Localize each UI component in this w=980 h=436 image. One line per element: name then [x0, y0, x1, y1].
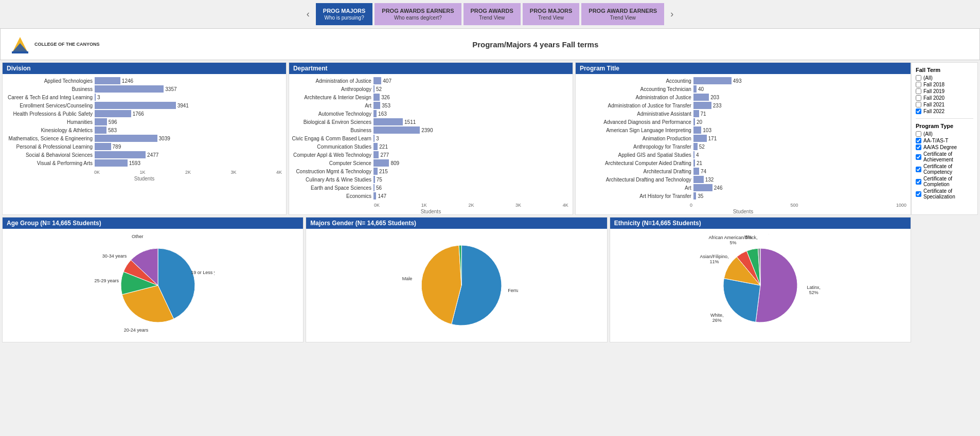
bar-value: 493 — [733, 78, 742, 84]
tab-prog-majors-trend[interactable]: PROG MAJORS Trend View — [523, 3, 580, 25]
program-type-checkbox[interactable] — [916, 167, 921, 172]
program-type-checkbox[interactable] — [916, 138, 921, 143]
bar-fill — [95, 159, 128, 167]
program-type-option[interactable]: Certificate of Specialization — [916, 188, 973, 199]
nav-prev-arrow[interactable]: ‹ — [302, 9, 314, 20]
bar-value: 4 — [696, 152, 699, 158]
bar-fill — [373, 110, 377, 117]
pie-slice — [723, 279, 760, 322]
bar-fill — [693, 102, 711, 109]
bar-fill — [373, 118, 403, 125]
program-title-header: Program Title — [576, 63, 911, 74]
bar-wrap: 147 — [373, 192, 568, 199]
program-type-option[interactable]: (All) — [916, 131, 973, 137]
tab-prog-awards[interactable]: PROG AWARDS Trend View — [464, 3, 521, 25]
fall-term-option[interactable]: Fall 2020 — [916, 95, 973, 101]
bar-label: Architectural Drafting and Technology — [578, 177, 693, 183]
program-type-option[interactable]: AA-T/AS-T — [916, 138, 973, 143]
bar-value: 132 — [705, 177, 714, 183]
bar-wrap: 493 — [693, 77, 906, 84]
header-bar: COLLEGE OF THE CANYONS Program/Majors 4 … — [0, 28, 980, 60]
bar-row: Social & Behavioral Sciences2477 — [5, 151, 282, 158]
fall-term-checkbox[interactable] — [916, 108, 921, 114]
bar-label: Administration of Justice — [291, 78, 373, 84]
bar-label: Enrollment Services/Counseling — [5, 103, 95, 108]
tab-prog-award-earners-trend[interactable]: PROG AWARD EARNERS Trend View — [581, 3, 664, 25]
tab-prog-awards-earners[interactable]: PROG AWARDS EARNERS Who earns deg/cert? — [375, 3, 461, 25]
program-type-option[interactable]: Certificate of Completion — [916, 176, 973, 187]
program-axis: 05001000 — [576, 203, 911, 208]
bar-row: Advanced Diagnosis and Performance20 — [578, 118, 906, 125]
bar-label: Accounting Technician — [578, 86, 693, 92]
pie-label: Asian/Filipino,11% — [700, 254, 728, 264]
bar-fill — [693, 110, 699, 117]
bar-label: American Sign Language Interpreting — [578, 128, 693, 133]
bar-value: 2477 — [147, 152, 158, 158]
bar-row: Accounting493 — [578, 77, 906, 84]
bar-wrap: 407 — [373, 77, 568, 84]
fall-term-option[interactable]: Fall 2018 — [916, 82, 973, 87]
bar-fill — [373, 126, 420, 134]
program-type-option[interactable]: Certificate of Competency — [916, 164, 973, 175]
fall-term-option[interactable]: Fall 2019 — [916, 88, 973, 94]
gender-chart: FemaleMale — [306, 229, 607, 342]
program-type-checkbox[interactable] — [916, 144, 921, 150]
tab-sublabel-3: Trend View — [471, 14, 513, 21]
fall-term-checkbox[interactable] — [916, 75, 921, 81]
program-type-checkbox[interactable] — [916, 154, 921, 160]
bar-row: Construction Mgmt & Technology215 — [291, 168, 568, 175]
bar-value: 171 — [708, 136, 717, 141]
bar-label: Computer Science — [291, 160, 373, 166]
bar-value: 277 — [380, 152, 389, 158]
bar-label: Health Professions & Public Safety — [5, 111, 95, 117]
bar-fill — [95, 102, 176, 109]
bar-value: 1593 — [129, 160, 140, 166]
bar-row: Business2390 — [291, 126, 568, 134]
bar-fill — [693, 135, 707, 142]
bar-row: Anthropology52 — [291, 85, 568, 93]
bar-row: Accounting Technician40 — [578, 85, 906, 93]
fall-term-checkbox[interactable] — [916, 82, 921, 87]
bar-wrap: 74 — [693, 168, 906, 175]
ethnicity-title: Ethnicity (N=14,665 Students) — [610, 217, 911, 229]
bar-fill — [693, 126, 701, 134]
fall-term-checkbox[interactable] — [916, 95, 921, 101]
bar-row: Enrollment Services/Counseling3941 — [5, 102, 282, 109]
fall-term-option[interactable]: (All) — [916, 75, 973, 81]
bar-label: Biological & Environ Sciences — [291, 119, 373, 125]
program-type-checkbox[interactable] — [916, 191, 921, 197]
bar-wrap: 75 — [373, 176, 568, 183]
bar-value: 52 — [699, 144, 705, 150]
sidebar-divider — [916, 118, 973, 119]
fall-term-checkbox[interactable] — [916, 88, 921, 94]
svg-rect-3 — [12, 51, 28, 53]
age-group-panel: Age Group (N= 14,665 Students) 19 or Les… — [2, 217, 304, 342]
bar-value: 3357 — [165, 86, 176, 92]
bar-label: Mathematics, Science & Engineering — [5, 136, 95, 141]
program-type-options: (All)AA-T/AS-TAA/AS DegreeCertificate of… — [916, 131, 973, 199]
bar-wrap: 2390 — [373, 126, 568, 134]
program-type-option[interactable]: Certificate of Achievement — [916, 151, 973, 162]
bar-row: Career & Tech Ed and Integ Learning3 — [5, 94, 282, 101]
bar-row: Art History for Transfer35 — [578, 192, 906, 199]
bar-row: Kinesiology & Athletics583 — [5, 126, 282, 134]
bar-value: 809 — [390, 160, 399, 166]
fall-term-checkbox[interactable] — [916, 102, 921, 107]
program-type-option[interactable]: AA/AS Degree — [916, 144, 973, 150]
bar-value: 40 — [698, 86, 704, 92]
program-title-chart: Accounting493Accounting Technician40Admi… — [576, 74, 911, 203]
tab-prog-majors[interactable]: PROG MAJORS Who is pursuing? — [316, 3, 373, 25]
bar-label: Anthropology for Transfer — [578, 144, 693, 150]
department-title: Department — [289, 63, 573, 74]
bar-label: Art History for Transfer — [578, 193, 693, 199]
bar-value: 3941 — [177, 103, 189, 108]
sidebar-spacer — [911, 217, 978, 342]
nav-next-arrow[interactable]: › — [666, 9, 678, 20]
bar-fill — [95, 126, 106, 134]
program-type-checkbox[interactable] — [916, 131, 921, 137]
bar-fill — [95, 135, 157, 142]
program-type-checkbox[interactable] — [916, 179, 921, 185]
fall-term-option[interactable]: Fall 2021 — [916, 102, 973, 107]
fall-term-option[interactable]: Fall 2022 — [916, 108, 973, 114]
division-title: Division — [3, 63, 286, 74]
